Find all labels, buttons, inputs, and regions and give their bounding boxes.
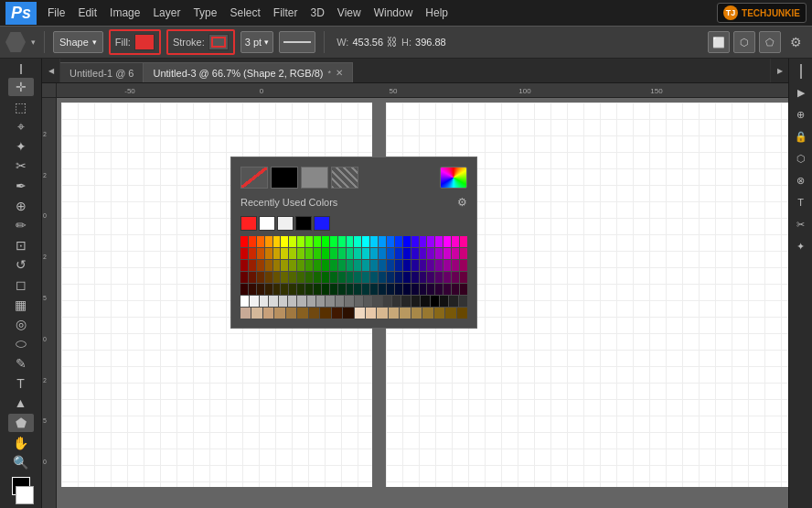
swatch-r5-28[interactable] [460, 284, 467, 295]
swatch-r3-16[interactable] [362, 260, 369, 271]
swatch-e18[interactable] [434, 308, 444, 319]
right-sidebar-handle[interactable] [800, 64, 802, 79]
swatch-r3-3[interactable] [257, 260, 264, 271]
swatch-r5-13[interactable] [338, 284, 346, 295]
swatch-r5-24[interactable] [427, 284, 434, 295]
right-tool-8[interactable]: ✦ [791, 236, 811, 256]
swatch-r2-4[interactable] [265, 248, 272, 259]
swatch-r6-1[interactable] [240, 296, 249, 307]
swatch-r3-4[interactable] [265, 260, 272, 271]
swatch-r2-26[interactable] [443, 248, 451, 259]
swatch-r2-19[interactable] [387, 248, 394, 259]
menu-view[interactable]: View [337, 6, 361, 19]
link-dimensions-icon[interactable]: ⛓ [387, 36, 398, 49]
swatch-r5-10[interactable] [314, 284, 321, 295]
swatch-r2-15[interactable] [354, 248, 361, 259]
spot-heal-tool[interactable]: ⊕ [8, 197, 34, 215]
swatch-r1-25[interactable] [435, 236, 443, 247]
swatch-r6-13[interactable] [355, 296, 363, 307]
swatch-r4-7[interactable] [289, 272, 296, 283]
swatch-r6-3[interactable] [260, 296, 268, 307]
swatch-e9[interactable] [332, 308, 342, 319]
swatch-r4-23[interactable] [420, 272, 427, 283]
move-tool[interactable]: ✛ [8, 78, 34, 96]
swatch-r1-17[interactable] [370, 236, 378, 247]
swatch-e4[interactable] [274, 308, 284, 319]
swatch-r4-2[interactable] [249, 272, 256, 283]
swatch-r5-2[interactable] [249, 284, 256, 295]
swatch-r3-5[interactable] [273, 260, 281, 271]
shape-mode-dropdown[interactable]: Shape [53, 31, 103, 53]
clone-stamp-tool[interactable]: ⊡ [8, 236, 34, 254]
zoom-tool[interactable]: 🔍 [8, 453, 34, 471]
tab-untitled3[interactable]: Untitled-3 @ 66.7% (Shape 2, RGB/8) * ✕ [144, 62, 353, 82]
swatch-r1-28[interactable] [460, 236, 467, 247]
swatch-r5-22[interactable] [411, 284, 419, 295]
menu-edit[interactable]: Edit [78, 6, 97, 19]
menu-layer[interactable]: Layer [153, 6, 180, 19]
canvas-viewport[interactable]: Recently Used Colors ⚙ [57, 98, 788, 508]
swatch-r4-15[interactable] [354, 272, 361, 283]
menu-image[interactable]: Image [110, 6, 140, 19]
swatch-r1-1[interactable] [240, 236, 248, 247]
swatch-e12[interactable] [366, 308, 376, 319]
swatch-r2-9[interactable] [305, 248, 313, 259]
swatch-r4-4[interactable] [265, 272, 272, 283]
swatch-r2-7[interactable] [289, 248, 296, 259]
swatch-r3-26[interactable] [443, 260, 451, 271]
swatch-e20[interactable] [457, 308, 467, 319]
swatch-r5-20[interactable] [395, 284, 402, 295]
swatch-r2-3[interactable] [257, 248, 264, 259]
swatch-r2-23[interactable] [420, 248, 427, 259]
swatch-r1-22[interactable] [411, 236, 419, 247]
swatch-r1-16[interactable] [362, 236, 369, 247]
swatch-r3-13[interactable] [338, 260, 346, 271]
swatch-r2-17[interactable] [370, 248, 378, 259]
menu-window[interactable]: Window [374, 6, 413, 19]
swatch-r2-1[interactable] [240, 248, 248, 259]
swatch-r4-27[interactable] [452, 272, 459, 283]
swatch-r2-12[interactable] [330, 248, 337, 259]
swatch-r6-7[interactable] [297, 296, 305, 307]
swatch-e2[interactable] [251, 308, 262, 319]
swatch-r3-6[interactable] [281, 260, 288, 271]
right-tool-4[interactable]: ⬡ [791, 148, 811, 168]
swatch-r3-10[interactable] [314, 260, 321, 271]
swatch-r3-11[interactable] [322, 260, 329, 271]
swatch-r1-4[interactable] [265, 236, 272, 247]
right-tool-2[interactable]: ⊕ [791, 104, 811, 124]
swatch-r4-8[interactable] [297, 272, 304, 283]
swatch-r5-6[interactable] [281, 284, 288, 295]
swatch-r6-11[interactable] [336, 296, 344, 307]
swatch-r3-27[interactable] [452, 260, 459, 271]
eraser-tool[interactable]: ◻ [8, 276, 34, 294]
swatch-e6[interactable] [297, 308, 307, 319]
swatch-r5-1[interactable] [240, 284, 248, 295]
swatch-r4-1[interactable] [240, 272, 248, 283]
swatch-r6-6[interactable] [288, 296, 296, 307]
menu-type[interactable]: Type [193, 6, 217, 19]
swatch-r1-18[interactable] [379, 236, 386, 247]
crop-tool[interactable]: ✂ [8, 157, 34, 176]
quick-select-tool[interactable]: ✦ [8, 137, 34, 156]
swatch-e11[interactable] [355, 308, 365, 319]
swatch-r6-18[interactable] [401, 296, 410, 307]
swatch-r5-17[interactable] [370, 284, 378, 295]
swatch-r2-18[interactable] [379, 248, 386, 259]
tab-untitled1[interactable]: Untitled-1 @ 6 [60, 62, 144, 82]
swatch-r4-11[interactable] [322, 272, 329, 283]
swatch-r3-19[interactable] [387, 260, 394, 271]
swatch-r4-17[interactable] [370, 272, 378, 283]
swatch-r4-19[interactable] [387, 272, 394, 283]
swatch-r4-24[interactable] [427, 272, 434, 283]
swatch-r6-16[interactable] [383, 296, 391, 307]
swatch-e19[interactable] [445, 308, 455, 319]
swatch-r3-14[interactable] [347, 260, 354, 271]
swatch-r2-28[interactable] [460, 248, 467, 259]
swatch-r2-20[interactable] [395, 248, 402, 259]
swatch-r4-12[interactable] [330, 272, 337, 283]
tab-left-nav[interactable]: ◀ [42, 59, 60, 82]
background-color[interactable] [16, 486, 34, 504]
swatch-r1-14[interactable] [347, 236, 354, 247]
dodge-tool[interactable]: ⬭ [8, 335, 34, 353]
